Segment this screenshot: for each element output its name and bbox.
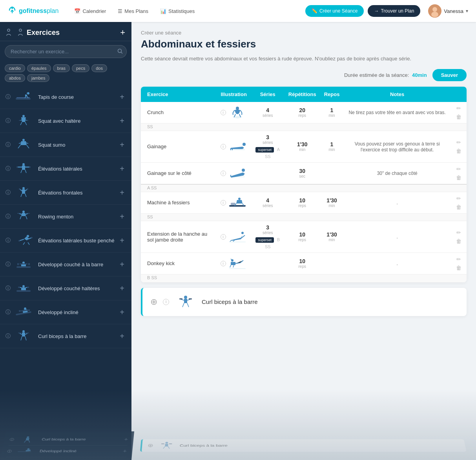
edit-icon[interactable]: ✏ — [456, 139, 461, 145]
info-icon[interactable]: ⓘ — [5, 93, 11, 100]
sidebar-add-button[interactable]: + — [120, 28, 125, 37]
info-icon[interactable]: i — [221, 171, 226, 176]
create-session-button[interactable]: ✏️ Créer une Séance — [305, 5, 364, 17]
user-menu[interactable]: Vanessa ▾ — [428, 4, 468, 18]
svg-point-2 — [432, 7, 437, 12]
info-icon[interactable]: ⓘ — [5, 117, 11, 124]
svg-point-31 — [22, 285, 25, 287]
main-layout: Exercices + cardio épaules bras pecs dos… — [0, 22, 476, 460]
exercise-add-button[interactable]: + — [118, 117, 126, 125]
info-icon[interactable]: ⓘ — [5, 189, 11, 196]
find-plan-button[interactable]: → Trouver un Plan — [368, 5, 420, 17]
svg-rect-61 — [161, 444, 164, 444]
info-icon[interactable]: ⓘ — [5, 261, 11, 268]
series-cell: 4 séries — [251, 102, 285, 124]
list-item[interactable]: ⓘ Développé incliné + — [0, 300, 131, 324]
exercise-table: Exercice Illustration Séries Répétitions… — [141, 87, 467, 282]
session-title: Abdominaux et fessiers — [141, 38, 467, 50]
list-item[interactable]: ⓘ Élévations frontales + — [0, 181, 131, 205]
filter-abdos[interactable]: abdos — [5, 74, 25, 82]
svg-rect-29 — [28, 263, 30, 265]
svg-rect-49 — [231, 203, 235, 205]
info-icon[interactable]: i — [221, 261, 226, 266]
list-item[interactable]: ⓘ Tapis de course + — [0, 85, 131, 109]
reps-cell: 30 sec — [285, 162, 320, 184]
exercise-add-button[interactable]: + — [118, 308, 126, 316]
info-icon[interactable]: i — [221, 144, 226, 149]
delete-icon[interactable]: 🗑 — [456, 238, 461, 244]
exercise-add-button[interactable]: + — [118, 213, 126, 220]
svg-point-57 — [27, 436, 29, 438]
list-item[interactable]: ⓘ Squat sumo + — [0, 133, 131, 157]
nav-calendar[interactable]: 📅 Calendrier — [74, 7, 106, 16]
list-item[interactable]: ⓘ Curl biceps à la barre + — [0, 324, 131, 348]
duration-value: 40min — [412, 72, 427, 78]
exercise-add-button[interactable]: + — [118, 165, 126, 173]
rest-cell: 1'30 min — [320, 192, 344, 213]
svg-point-44 — [243, 143, 246, 146]
svg-point-18 — [19, 188, 20, 190]
svg-rect-55 — [179, 298, 182, 300]
filter-cardio[interactable]: cardio — [5, 64, 25, 72]
exercise-add-button[interactable]: + — [118, 93, 126, 101]
list-item[interactable]: ⓘ Rowing menton + — [0, 205, 131, 229]
nav-plans[interactable]: ☰ Mes Plans — [118, 7, 148, 16]
info-icon[interactable]: ⓘ — [5, 285, 11, 292]
list-item[interactable]: ⓘ Développé couché à la barre + — [0, 253, 131, 276]
delete-icon[interactable]: 🗑 — [456, 114, 461, 120]
filter-pecs[interactable]: pecs — [72, 64, 89, 72]
drag-handle-icon[interactable]: ⊕ — [150, 297, 157, 307]
filter-epaules[interactable]: épaules — [27, 64, 51, 72]
edit-icon[interactable]: ✏ — [456, 256, 461, 262]
exercise-add-button[interactable]: + — [118, 189, 126, 196]
info-icon[interactable]: i — [221, 110, 226, 115]
info-icon[interactable]: ⓘ — [5, 165, 11, 172]
edit-icon[interactable]: ✏ — [456, 195, 461, 202]
exercise-add-button[interactable]: + — [118, 236, 126, 244]
filter-bras[interactable]: bras — [53, 64, 70, 72]
delete-icon[interactable]: 🗑 — [456, 265, 461, 271]
exercise-add-button[interactable]: + — [118, 332, 126, 340]
info-icon[interactable]: ⓘ — [5, 309, 11, 316]
svg-point-9 — [27, 92, 29, 95]
exercise-name: Squat sumo — [38, 142, 118, 148]
col-illustration: Illustration — [217, 87, 251, 102]
edit-icon[interactable]: ✏ — [456, 166, 461, 172]
edit-icon[interactable]: ✏ — [456, 229, 461, 236]
svg-point-10 — [22, 115, 25, 117]
note-cell: 30" de chaque côté — [343, 162, 451, 184]
edit-icon[interactable]: ✏ — [456, 105, 461, 111]
delete-icon[interactable]: 🗑 — [456, 204, 461, 210]
delete-icon[interactable]: 🗑 — [456, 175, 461, 181]
info-icon[interactable]: i — [221, 234, 226, 240]
exercise-add-button[interactable]: + — [118, 141, 126, 149]
svg-rect-32 — [18, 287, 20, 288]
list-item[interactable]: ⓘ Squat avec haltère + — [0, 109, 131, 133]
filter-jambes[interactable]: jambes — [27, 74, 49, 82]
filter-dos[interactable]: dos — [91, 64, 107, 72]
superset-badge: superset — [255, 237, 274, 243]
illustration-cell: i — [217, 253, 251, 274]
logo-icon — [8, 6, 16, 16]
info-icon[interactable]: ⓘ — [5, 141, 11, 148]
exercise-add-button[interactable]: + — [118, 260, 126, 268]
info-icon[interactable]: ⓘ — [5, 213, 11, 220]
list-item[interactable]: ⓘ Élévations latérales + — [0, 157, 131, 181]
search-input[interactable] — [5, 45, 127, 58]
nav-stats[interactable]: 📊 Statistiques — [160, 7, 195, 16]
col-repos: Repos — [320, 87, 344, 102]
create-icon: ✏️ — [312, 8, 317, 14]
list-item[interactable]: ⓘ Élévations latérales buste penché + — [0, 229, 131, 253]
svg-point-20 — [22, 211, 25, 213]
info-icon[interactable]: ⓘ — [5, 333, 11, 340]
list-item[interactable]: ⓘ Développé couché haltères + — [0, 276, 131, 300]
save-button[interactable]: Sauver — [432, 69, 467, 81]
info-icon[interactable]: i — [163, 299, 169, 305]
delete-icon[interactable]: 🗑 — [456, 148, 461, 154]
exercise-name: Tapis de course — [38, 94, 118, 100]
info-icon[interactable]: i — [221, 200, 226, 205]
search-icon[interactable] — [117, 48, 123, 55]
info-icon[interactable]: ⓘ — [5, 237, 11, 244]
svg-point-3 — [431, 12, 438, 17]
exercise-add-button[interactable]: + — [118, 284, 126, 292]
